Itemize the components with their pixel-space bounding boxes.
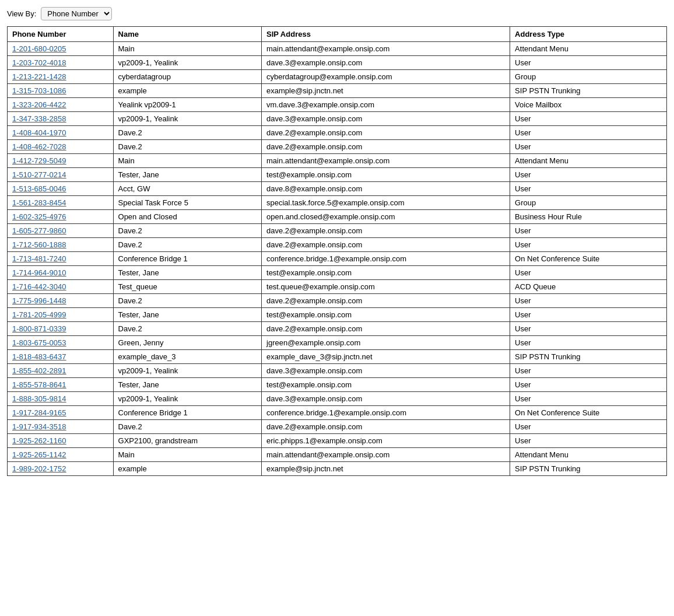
sip-cell: vm.dave.3@example.onsip.com — [262, 98, 510, 112]
phone-link[interactable]: 1-510-277-0214 — [12, 170, 66, 179]
table-row: 1-888-305-9814vp2009-1, Yealinkdave.3@ex… — [8, 392, 667, 406]
phone-cell: 1-855-578-8641 — [8, 378, 114, 392]
name-cell: Main — [113, 448, 262, 462]
sip-cell: test@example.onsip.com — [262, 308, 510, 322]
phone-cell: 1-408-404-1970 — [8, 126, 114, 140]
table-row: 1-989-202-1752exampleexample@sip.jnctn.n… — [8, 462, 667, 476]
phone-cell: 1-602-325-4976 — [8, 210, 114, 224]
type-cell: User — [510, 56, 667, 70]
phone-link[interactable]: 1-347-338-2858 — [12, 114, 66, 123]
table-row: 1-605-277-9860Dave.2dave.2@example.onsip… — [8, 224, 667, 238]
phone-link[interactable]: 1-323-206-4422 — [12, 100, 66, 109]
phone-cell: 1-781-205-4999 — [8, 308, 114, 322]
phone-link[interactable]: 1-803-675-0053 — [12, 338, 66, 347]
table-row: 1-925-262-1160GXP2100, grandstreameric.p… — [8, 434, 667, 448]
sip-cell: dave.2@example.onsip.com — [262, 140, 510, 154]
phone-link[interactable]: 1-513-685-0046 — [12, 184, 66, 193]
table-row: 1-510-277-0214Tester, Janetest@example.o… — [8, 168, 667, 182]
sip-cell: example_dave_3@sip.jnctn.net — [262, 350, 510, 364]
phone-link[interactable]: 1-818-483-6437 — [12, 352, 66, 361]
table-row: 1-716-442-3040Test_queuetest.queue@examp… — [8, 280, 667, 294]
sip-cell: dave.3@example.onsip.com — [262, 392, 510, 406]
phone-link[interactable]: 1-203-702-4018 — [12, 58, 66, 67]
sip-cell: test@example.onsip.com — [262, 378, 510, 392]
name-cell: cyberdatagroup — [113, 70, 262, 84]
phone-cell: 1-917-284-9165 — [8, 406, 114, 420]
phone-link[interactable]: 1-213-221-1428 — [12, 72, 66, 81]
type-cell: Attendant Menu — [510, 42, 667, 56]
sip-cell: main.attendant@example.onsip.com — [262, 448, 510, 462]
phone-cell: 1-925-262-1160 — [8, 434, 114, 448]
phone-link[interactable]: 1-775-996-1448 — [12, 296, 66, 305]
phone-link[interactable]: 1-925-262-1160 — [12, 436, 66, 445]
type-cell: User — [510, 420, 667, 434]
phone-cell: 1-510-277-0214 — [8, 168, 114, 182]
phone-link[interactable]: 1-925-265-1142 — [12, 450, 66, 459]
table-row: 1-412-729-5049Mainmain.attendant@example… — [8, 154, 667, 168]
name-cell: Green, Jenny — [113, 336, 262, 350]
phone-link[interactable]: 1-989-202-1752 — [12, 464, 66, 473]
phone-link[interactable]: 1-716-442-3040 — [12, 282, 66, 291]
table-row: 1-561-283-8454Special Task Force 5specia… — [8, 196, 667, 210]
phone-link[interactable]: 1-855-402-2891 — [12, 366, 66, 375]
phone-cell: 1-561-283-8454 — [8, 196, 114, 210]
name-cell: Dave.2 — [113, 140, 262, 154]
sip-cell: test.queue@example.onsip.com — [262, 280, 510, 294]
phone-link[interactable]: 1-561-283-8454 — [12, 198, 66, 207]
phone-link[interactable]: 1-315-703-1086 — [12, 86, 66, 95]
phone-link[interactable]: 1-855-578-8641 — [12, 380, 66, 389]
table-row: 1-714-964-9010Tester, Janetest@example.o… — [8, 266, 667, 280]
table-row: 1-803-675-0053Green, Jennyjgreen@example… — [8, 336, 667, 350]
table-row: 1-347-338-2858vp2009-1, Yealinkdave.3@ex… — [8, 112, 667, 126]
phone-link[interactable]: 1-888-305-9814 — [12, 394, 66, 403]
name-cell: vp2009-1, Yealink — [113, 364, 262, 378]
phone-link[interactable]: 1-408-462-7028 — [12, 142, 66, 151]
phone-link[interactable]: 1-917-934-3518 — [12, 422, 66, 431]
sip-cell: test@example.onsip.com — [262, 266, 510, 280]
phone-cell: 1-800-871-0339 — [8, 322, 114, 336]
table-row: 1-408-404-1970Dave.2dave.2@example.onsip… — [8, 126, 667, 140]
phone-link[interactable]: 1-605-277-9860 — [12, 226, 66, 235]
phone-link[interactable]: 1-713-481-7240 — [12, 254, 66, 263]
table-row: 1-203-702-4018vp2009-1, Yealinkdave.3@ex… — [8, 56, 667, 70]
type-cell: User — [510, 140, 667, 154]
phone-cell: 1-855-402-2891 — [8, 364, 114, 378]
type-cell: Business Hour Rule — [510, 210, 667, 224]
sip-cell: example@sip.jnctn.net — [262, 84, 510, 98]
phone-link[interactable]: 1-408-404-1970 — [12, 128, 66, 137]
type-cell: User — [510, 336, 667, 350]
type-cell: SIP PSTN Trunking — [510, 84, 667, 98]
view-by-select[interactable]: Phone NumberNameSIP AddressAddress Type — [41, 7, 112, 20]
table-row: 1-855-402-2891vp2009-1, Yealinkdave.3@ex… — [8, 364, 667, 378]
phone-link[interactable]: 1-781-205-4999 — [12, 310, 66, 319]
sip-cell: example@sip.jnctn.net — [262, 462, 510, 476]
type-cell: Attendant Menu — [510, 154, 667, 168]
phone-link[interactable]: 1-800-871-0339 — [12, 324, 66, 333]
name-cell: Tester, Jane — [113, 308, 262, 322]
phone-cell: 1-201-680-0205 — [8, 42, 114, 56]
table-row: 1-213-221-1428cyberdatagroupcyberdatagro… — [8, 70, 667, 84]
sip-cell: dave.3@example.onsip.com — [262, 364, 510, 378]
name-cell: Tester, Jane — [113, 378, 262, 392]
table-row: 1-781-205-4999Tester, Janetest@example.o… — [8, 308, 667, 322]
type-cell: User — [510, 112, 667, 126]
phone-link[interactable]: 1-714-964-9010 — [12, 268, 66, 277]
table-row: 1-408-462-7028Dave.2dave.2@example.onsip… — [8, 140, 667, 154]
phone-link[interactable]: 1-917-284-9165 — [12, 408, 66, 417]
phone-cell: 1-925-265-1142 — [8, 448, 114, 462]
table-row: 1-917-284-9165Conference Bridge 1confere… — [8, 406, 667, 420]
phone-link[interactable]: 1-602-325-4976 — [12, 212, 66, 221]
phone-link[interactable]: 1-412-729-5049 — [12, 156, 66, 165]
phone-link[interactable]: 1-712-560-1888 — [12, 240, 66, 249]
phone-link[interactable]: 1-201-680-0205 — [12, 44, 66, 53]
sip-cell: dave.8@example.onsip.com — [262, 182, 510, 196]
type-cell: Voice Mailbox — [510, 98, 667, 112]
phone-cell: 1-714-964-9010 — [8, 266, 114, 280]
col-header-name: Name — [113, 27, 262, 42]
name-cell: Test_queue — [113, 280, 262, 294]
name-cell: Dave.2 — [113, 238, 262, 252]
phone-cell: 1-775-996-1448 — [8, 294, 114, 308]
sip-cell: conference.bridge.1@example.onsip.com — [262, 252, 510, 266]
sip-cell: main.attendant@example.onsip.com — [262, 42, 510, 56]
type-cell: Group — [510, 70, 667, 84]
